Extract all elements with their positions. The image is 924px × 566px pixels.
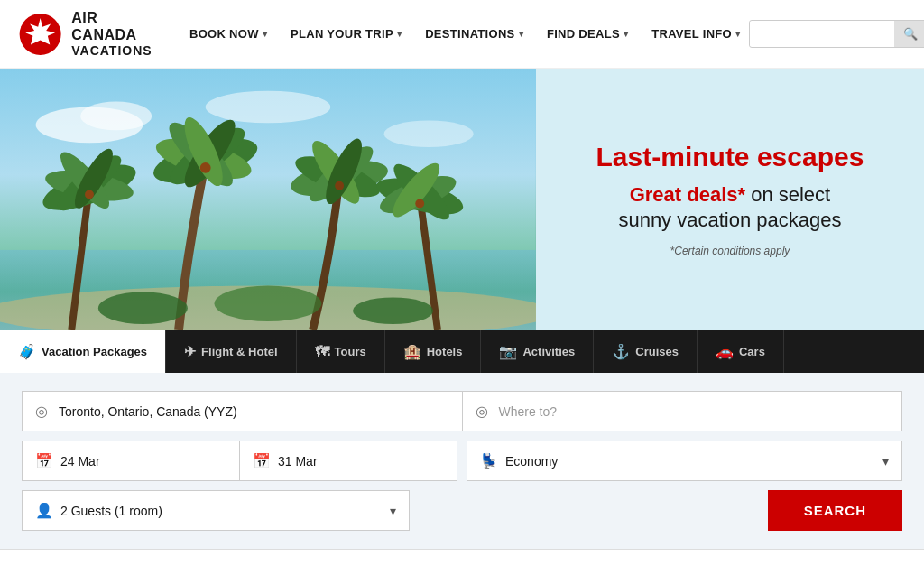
tab-cruises[interactable]: ⚓ Cruises: [594, 330, 698, 373]
chevron-down-icon: ▾: [390, 504, 396, 518]
palm-trees-illustration: [0, 69, 536, 330]
chevron-down-icon: ▾: [882, 454, 889, 469]
search-input[interactable]: [750, 22, 894, 46]
date-from-field[interactable]: 📅 24 Mar: [22, 441, 239, 481]
header-right: 🔍 Contact Us Français 👤 SIGN IN ▾: [749, 20, 924, 48]
hero-image: [0, 69, 536, 330]
hero-promo: Last-minute escapes Great deals* on sele…: [536, 69, 924, 330]
anchor-icon: ⚓: [612, 343, 630, 360]
dates-row: 📅 24 Mar 📅 31 Mar 💺 Economy ▾: [22, 441, 902, 481]
tab-cars[interactable]: 🚗 Cars: [698, 330, 784, 373]
maple-leaf-icon: [18, 11, 62, 58]
to-field[interactable]: ◎ Where to?: [463, 391, 903, 431]
svg-point-4: [206, 91, 331, 124]
guests-field[interactable]: 👤 2 Guests (1 room) ▾: [22, 490, 410, 531]
promo-conditions: *Certain conditions apply: [670, 245, 790, 257]
plane-icon: ✈: [184, 343, 196, 360]
camera-icon: 📷: [499, 343, 517, 360]
promo-headline: Last-minute escapes: [596, 142, 864, 173]
tab-vacation-packages[interactable]: 🧳 Vacation Packages: [0, 330, 166, 373]
calendar-icon: 📅: [35, 452, 53, 469]
tab-flight-hotel[interactable]: ✈ Flight & Hotel: [166, 330, 297, 373]
seat-icon: 💺: [480, 452, 498, 469]
suitcase-icon: 🧳: [18, 343, 36, 360]
promo-subline: Great deals* on select sunny vacation pa…: [618, 182, 841, 234]
car-icon: 🚗: [716, 343, 734, 360]
tab-activities[interactable]: 📷 Activities: [481, 330, 594, 373]
nav-plan-trip[interactable]: PLAN YOUR TRIP ▾: [282, 20, 411, 48]
calendar-icon: 📅: [253, 452, 271, 469]
search-button[interactable]: SEARCH: [768, 490, 902, 531]
svg-point-3: [80, 102, 152, 131]
location-row: ◎ Toronto, Ontario, Canada (YYZ) ◎ Where…: [22, 391, 902, 431]
location-icon: ◎: [35, 403, 51, 420]
person-icon: 👤: [35, 502, 53, 519]
brand-text: AIR CANADA VACATIONS: [71, 9, 162, 59]
search-form: ◎ Toronto, Ontario, Canada (YYZ) ◎ Where…: [0, 373, 924, 550]
nav-travel-info[interactable]: TRAVEL INFO ▾: [642, 20, 749, 48]
from-field[interactable]: ◎ Toronto, Ontario, Canada (YYZ): [22, 391, 462, 431]
map-icon: 🗺: [315, 344, 329, 360]
svg-point-36: [353, 298, 433, 325]
svg-point-31: [200, 162, 211, 173]
nav-find-deals[interactable]: FIND DEALS ▾: [538, 20, 637, 48]
brand-name: AIR CANADA: [71, 9, 162, 43]
tab-hotels[interactable]: 🏨 Hotels: [385, 330, 482, 373]
cabin-class-field[interactable]: 💺 Economy ▾: [467, 441, 902, 481]
svg-point-5: [384, 121, 474, 148]
svg-point-34: [98, 292, 188, 325]
class-search-section: 💺 Economy ▾: [467, 441, 902, 481]
main-nav: BOOK NOW ▾ PLAN YOUR TRIP ▾ DESTINATIONS…: [180, 20, 749, 48]
tabs-bar: 🧳 Vacation Packages ✈ Flight & Hotel 🗺 T…: [0, 330, 924, 373]
chevron-down-icon: ▾: [735, 29, 740, 39]
svg-point-30: [85, 190, 94, 199]
tab-tours[interactable]: 🗺 Tours: [297, 330, 385, 373]
chevron-down-icon: ▾: [624, 29, 628, 39]
chevron-down-icon: ▾: [519, 29, 523, 39]
header: AIR CANADA VACATIONS BOOK NOW ▾ PLAN YOU…: [0, 0, 924, 69]
date-to-field[interactable]: 📅 31 Mar: [240, 441, 457, 481]
hotel-icon: 🏨: [403, 343, 421, 360]
nav-destinations[interactable]: DESTINATIONS ▾: [416, 20, 532, 48]
dates-section: 📅 24 Mar 📅 31 Mar: [22, 441, 457, 481]
brand-sub: VACATIONS: [71, 43, 162, 59]
search-bar[interactable]: 🔍: [749, 20, 924, 48]
search-button[interactable]: 🔍: [894, 21, 924, 47]
location-icon: ◎: [476, 403, 492, 420]
hero-section: Last-minute escapes Great deals* on sele…: [0, 69, 924, 330]
search-btn-container: SEARCH: [419, 490, 902, 531]
svg-point-32: [335, 181, 344, 190]
svg-point-35: [215, 286, 322, 322]
logo[interactable]: AIR CANADA VACATIONS: [18, 9, 162, 59]
guests-row: 👤 2 Guests (1 room) ▾ SEARCH: [22, 490, 902, 531]
chevron-down-icon: ▾: [263, 29, 267, 39]
chevron-down-icon: ▾: [397, 29, 402, 39]
nav-book-now[interactable]: BOOK NOW ▾: [180, 20, 276, 48]
deals-text: Great deals*: [630, 183, 745, 206]
svg-point-33: [415, 199, 424, 209]
